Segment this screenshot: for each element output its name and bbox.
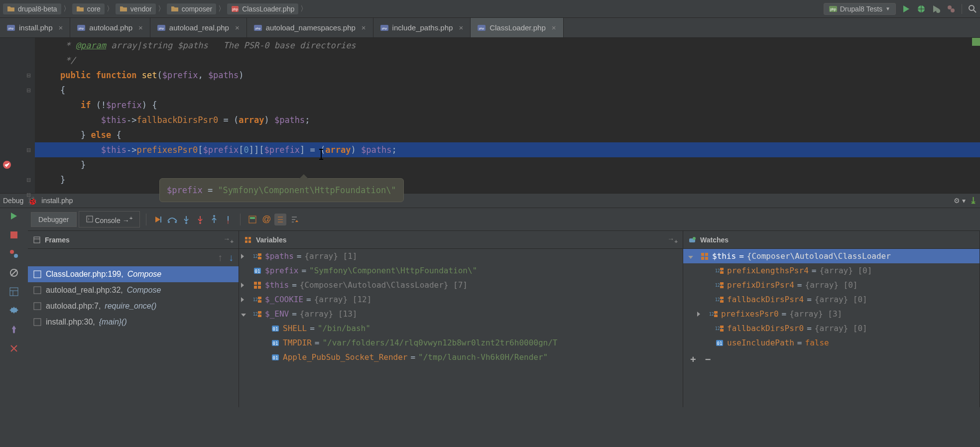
svg-rect-36 xyxy=(34,237,40,243)
svg-rect-51 xyxy=(258,282,261,285)
svg-point-29 xyxy=(175,221,177,223)
var-row[interactable]: 123 $_COOKIE = {array} [12] xyxy=(239,292,683,307)
expand-icon[interactable] xyxy=(241,297,244,302)
var-row[interactable]: $this = {Composer\Autoload\ClassLoader} … xyxy=(239,278,683,292)
layout-icon[interactable] xyxy=(9,287,19,297)
console-tab[interactable]: Console →+ xyxy=(79,211,140,228)
crumb-0[interactable]: drupal8-beta xyxy=(3,3,61,14)
close-icon[interactable]: × xyxy=(138,23,143,32)
settings-icon[interactable] xyxy=(9,306,19,316)
fold-icon[interactable]: ⊟ xyxy=(26,192,31,198)
tab-autoload[interactable]: phpautoload.php× xyxy=(70,18,150,37)
watch-row[interactable]: 123 fallbackDirsPsr0 = {array} [0] xyxy=(683,321,980,335)
expand-icon[interactable] xyxy=(241,254,244,259)
watch-root[interactable]: $this = {Composer\Autoload\ClassLoader xyxy=(683,249,980,263)
stop-icon[interactable] xyxy=(9,230,19,240)
watch-row[interactable]: 123 prefixDirsPsr4 = {array} [0] xyxy=(683,278,980,292)
close-icon[interactable]: × xyxy=(59,23,63,32)
tab-autoload-ns[interactable]: phpautoload_namespaces.php× xyxy=(247,18,373,37)
add-watch-icon[interactable]: + xyxy=(690,354,696,365)
breakpoints-icon[interactable] xyxy=(947,4,956,13)
svg-rect-26 xyxy=(87,216,93,222)
var-child-row[interactable]: 01 Apple_PubSub_Socket_Render = "/tmp/la… xyxy=(239,350,683,364)
code-area[interactable]: * @param array|string $paths The PSR-0 b… xyxy=(35,38,980,193)
fold-icon[interactable]: ⊟ xyxy=(26,87,31,94)
fold-icon[interactable]: ⊟ xyxy=(26,177,31,183)
frame-row[interactable]: autoload.php:7, require_once() xyxy=(28,298,239,314)
gear-icon[interactable]: ⚙ ▾ xyxy=(954,197,966,205)
variables-header: Variables →+ xyxy=(239,231,683,249)
run-icon[interactable] xyxy=(902,4,911,13)
array-icon: 123 xyxy=(715,266,724,275)
crumb-4[interactable]: phpClassLoader.php xyxy=(227,3,298,14)
show-exec-point-icon[interactable] xyxy=(152,214,164,225)
search-icon[interactable] xyxy=(968,4,977,13)
close-icon[interactable]: × xyxy=(459,23,463,32)
frame-row[interactable]: autoload_real.php:32, Compose xyxy=(28,282,239,298)
close-icon[interactable]: × xyxy=(235,23,240,32)
rerun-icon[interactable] xyxy=(9,211,19,221)
tab-include-paths[interactable]: phpinclude_paths.php× xyxy=(373,18,471,37)
svg-rect-38 xyxy=(34,287,41,294)
svg-text:php: php xyxy=(232,7,238,11)
collapse-icon[interactable] xyxy=(241,314,246,317)
var-row[interactable]: 123 $_ENV = {array} [13] xyxy=(239,307,683,321)
close-icon[interactable]: × xyxy=(552,23,556,32)
close-icon[interactable]: × xyxy=(362,23,366,32)
expand-icon[interactable] xyxy=(697,312,700,317)
frame-up-icon[interactable]: ↑ xyxy=(218,252,223,263)
mute-icon[interactable] xyxy=(9,268,19,278)
gutter[interactable]: ⊟ ⊟ ⊟ ⊟ ⊟ xyxy=(0,38,35,193)
fold-icon[interactable]: ⊟ xyxy=(26,72,31,79)
breakpoint-icon[interactable] xyxy=(3,161,11,169)
svg-text:php: php xyxy=(382,27,387,30)
var-child-row[interactable]: 01 SHELL = "/bin/bash" xyxy=(239,321,683,335)
watch-row[interactable]: 01 useIncludePath = false xyxy=(683,335,980,350)
tab-install[interactable]: phpinstall.php× xyxy=(0,18,70,37)
popout-icon[interactable]: →+ xyxy=(667,235,678,244)
debugger-tab[interactable]: Debugger xyxy=(31,212,77,227)
svg-rect-42 xyxy=(248,237,251,239)
popout-icon[interactable]: →+ xyxy=(223,235,234,244)
expand-icon[interactable] xyxy=(241,283,244,288)
coverage-icon[interactable] xyxy=(932,4,941,13)
php-icon: php xyxy=(254,24,262,32)
frame-down-icon[interactable]: ↓ xyxy=(229,252,234,263)
at-icon[interactable]: @ xyxy=(260,214,272,225)
download-icon[interactable]: ⤓ xyxy=(970,195,977,206)
pause-break-icon[interactable] xyxy=(9,249,19,259)
step-over-icon[interactable] xyxy=(166,214,178,225)
close-icon[interactable] xyxy=(9,343,19,353)
tab-autoload-real[interactable]: phpautoload_real.php× xyxy=(150,18,247,37)
watch-row[interactable]: 123 fallbackDirsPsr4 = {array} [0] xyxy=(683,292,980,307)
debug-header: Debug 🐞 install.php ⚙ ▾ ⤓ xyxy=(0,193,980,208)
watch-row[interactable]: 123 prefixLengthsPsr4 = {array} [0] xyxy=(683,263,980,278)
remove-watch-icon[interactable]: − xyxy=(705,354,711,365)
crumb-2[interactable]: vendor xyxy=(116,3,156,14)
frame-row[interactable]: install.php:30, {main}() xyxy=(28,314,239,330)
tab-classloader[interactable]: phpClassLoader.php× xyxy=(471,18,563,37)
var-row[interactable]: 01 $prefix = "Symfony\Component\HttpFoun… xyxy=(239,263,683,278)
crumb-1[interactable]: core xyxy=(72,3,105,14)
run-config-dropdown[interactable]: php Drupal8 Tests ▼ xyxy=(824,3,896,15)
fold-icon[interactable]: ⊟ xyxy=(26,147,31,153)
run-to-cursor-icon[interactable]: I xyxy=(222,214,234,225)
force-step-into-icon[interactable] xyxy=(194,214,206,225)
var-child-row[interactable]: 01 TMPDIR = "/var/folders/14/rlq0vwyn12b… xyxy=(239,335,683,350)
svg-rect-46 xyxy=(258,253,261,256)
thread-icon[interactable] xyxy=(274,214,286,225)
sort-icon[interactable] xyxy=(288,214,300,225)
collapse-icon[interactable] xyxy=(688,256,693,259)
svg-text:php: php xyxy=(830,7,836,11)
step-into-icon[interactable] xyxy=(180,214,192,225)
step-out-icon[interactable] xyxy=(208,214,220,225)
var-row[interactable]: 123 $paths = {array} [1] xyxy=(239,249,683,263)
bug-icon[interactable] xyxy=(917,4,926,13)
evaluate-icon[interactable] xyxy=(246,214,258,225)
frame-row[interactable]: ClassLoader.php:199, Compose xyxy=(28,266,239,282)
watch-row[interactable]: 123 prefixesPsr0 = {array} [3] xyxy=(683,307,980,321)
crumb-3[interactable]: composer xyxy=(167,3,216,14)
editor[interactable]: ⊟ ⊟ ⊟ ⊟ ⊟ * @param array|string $paths T… xyxy=(0,38,980,193)
svg-rect-71 xyxy=(705,257,708,260)
pin-icon[interactable] xyxy=(9,325,19,335)
